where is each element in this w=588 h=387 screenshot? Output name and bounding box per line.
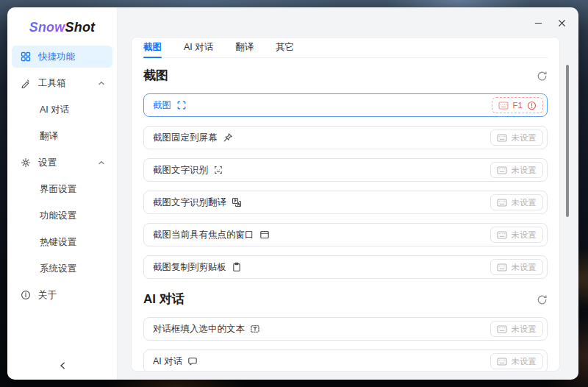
sidebar-item-hotkey-settings[interactable]: 热键设置 <box>12 231 112 253</box>
hotkey-badge-text: 未设置 <box>512 197 537 208</box>
ocr-icon <box>213 165 223 175</box>
hotkey-row-ocr-translate[interactable]: 截图文字识别翻译 未设置 <box>143 191 548 214</box>
sidebar-item-label: 快捷功能 <box>38 51 75 63</box>
sidebar-item-label: AI 对话 <box>40 104 69 116</box>
sidebar-item-ai-chat[interactable]: AI 对话 <box>12 99 112 121</box>
hotkey-row-ocr[interactable]: 截图文字识别 未设置 <box>143 158 548 182</box>
logo-text-snow: Snow <box>29 20 65 35</box>
keyboard-icon <box>497 231 507 239</box>
sidebar-item-quick-functions[interactable]: 快捷功能 <box>12 46 112 68</box>
app-logo: SnowShot <box>7 15 117 40</box>
section-title: AI 对话 <box>143 291 184 308</box>
hotkey-row-label: 对话框填入选中的文本 <box>153 323 245 335</box>
hotkey-badge-text: 未设置 <box>512 324 537 335</box>
clipboard-icon <box>232 262 242 272</box>
hotkey-badge-text: 未设置 <box>512 165 537 176</box>
keyboard-icon <box>497 199 507 207</box>
refresh-icon[interactable] <box>537 71 548 82</box>
hotkey-row-fill-selected-text[interactable]: 对话框填入选中的文本 未设置 <box>143 317 548 341</box>
tab-other[interactable]: 其它 <box>276 38 294 57</box>
hotkey-badge-text: 未设置 <box>512 230 537 241</box>
hotkey-badge-text: F1 <box>513 101 523 110</box>
sidebar: SnowShot 快捷功能 工具箱 AI 对话 <box>7 7 118 380</box>
window-icon <box>259 230 270 240</box>
tab-translate[interactable]: 翻译 <box>235 38 254 57</box>
hotkey-badge[interactable]: 未设置 <box>490 129 544 146</box>
scrollbar[interactable] <box>566 65 569 217</box>
hotkey-badge[interactable]: 未设置 <box>490 227 544 243</box>
sidebar-item-label: 界面设置 <box>40 183 76 196</box>
hotkey-badge[interactable]: 未设置 <box>490 162 544 178</box>
hotkey-row-focused-window[interactable]: 截图当前具有焦点的窗口 未设置 <box>143 223 548 246</box>
sidebar-item-label: 系统设置 <box>40 263 76 275</box>
sidebar-item-label: 功能设置 <box>40 210 76 222</box>
text-insert-icon <box>250 324 260 334</box>
refresh-icon[interactable] <box>537 294 548 305</box>
sidebar-group-label: 设置 <box>38 157 57 169</box>
hotkey-badge[interactable]: 未设置 <box>490 321 544 337</box>
hotkey-badge-text: 未设置 <box>512 356 537 367</box>
chevron-up-icon[interactable] <box>98 159 105 166</box>
keyboard-icon <box>498 102 509 110</box>
sidebar-item-function-settings[interactable]: 功能设置 <box>12 205 112 227</box>
hotkey-row-label: 截图文字识别翻译 <box>153 196 226 209</box>
sidebar-collapse-button[interactable] <box>56 359 69 372</box>
hotkey-badge-text: 未设置 <box>512 132 537 143</box>
sidebar-menu: 快捷功能 工具箱 AI 对话 翻译 设置 <box>7 46 117 306</box>
main-area: 截图 AI 对话 翻译 其它 截图 截图 <box>118 7 578 380</box>
chat-icon <box>187 356 198 366</box>
sidebar-item-label: 热键设置 <box>40 236 76 249</box>
pin-icon <box>223 132 233 143</box>
hotkey-row-label: 截图文字识别 <box>153 164 208 177</box>
tab-ai-chat[interactable]: AI 对话 <box>184 38 213 57</box>
hotkey-row-label: 截图当前具有焦点的窗口 <box>153 229 254 241</box>
sidebar-group-toolbox[interactable]: 工具箱 <box>12 72 112 94</box>
hotkey-row-copy-clipboard[interactable]: 截图复制到剪贴板 未设置 <box>143 255 548 279</box>
hotkey-row-label: AI 对话 <box>153 355 182 368</box>
sidebar-group-settings[interactable]: 设置 <box>12 152 112 174</box>
app-window: SnowShot 快捷功能 工具箱 AI 对话 <box>7 7 578 380</box>
tab-screenshot[interactable]: 截图 <box>143 38 162 57</box>
info-icon <box>21 290 31 300</box>
section-header-screenshot: 截图 <box>143 67 548 85</box>
gear-icon <box>21 157 31 168</box>
hotkey-row-label: 截图固定到屏幕 <box>153 132 218 144</box>
grid-icon <box>21 52 31 62</box>
hotkey-badge[interactable]: 未设置 <box>490 194 544 210</box>
hotkey-badge-text: 未设置 <box>512 262 537 273</box>
hotkey-badge[interactable]: 未设置 <box>490 259 544 275</box>
hotkey-row-label: 截图复制到剪贴板 <box>153 261 226 274</box>
sidebar-item-label: 翻译 <box>40 130 58 143</box>
warning-icon <box>527 101 537 110</box>
keyboard-icon <box>497 358 507 366</box>
hotkey-badge[interactable]: F1 <box>492 97 543 113</box>
sidebar-item-translate[interactable]: 翻译 <box>12 125 112 147</box>
close-button[interactable] <box>552 15 571 31</box>
minimize-button[interactable] <box>528 15 548 31</box>
keyboard-icon <box>497 134 507 142</box>
hotkey-badge[interactable]: 未设置 <box>490 353 544 369</box>
settings-card: 截图 AI 对话 翻译 其它 截图 截图 <box>131 37 560 372</box>
hotkey-row-ai-chat[interactable]: AI 对话 未设置 <box>143 349 548 372</box>
tab-bar: 截图 AI 对话 翻译 其它 <box>143 38 548 58</box>
chevron-up-icon[interactable] <box>98 79 105 87</box>
sidebar-item-system-settings[interactable]: 系统设置 <box>12 258 112 280</box>
tool-icon <box>21 78 31 88</box>
hotkey-row-screenshot[interactable]: 截图 F1 <box>143 93 548 117</box>
chevron-left-icon <box>59 361 66 370</box>
screenshot-icon <box>176 100 187 110</box>
hotkey-row-fixed-to-screen[interactable]: 截图固定到屏幕 未设置 <box>143 126 548 149</box>
sidebar-group-label: 工具箱 <box>38 77 66 90</box>
keyboard-icon <box>497 263 507 271</box>
section-header-ai-chat: AI 对话 <box>143 291 548 308</box>
sidebar-item-about[interactable]: 关于 <box>12 284 112 306</box>
sidebar-item-label: 关于 <box>38 289 57 302</box>
translate-icon <box>232 197 242 207</box>
window-controls <box>528 15 571 31</box>
section-title: 截图 <box>143 67 168 85</box>
keyboard-icon <box>497 325 507 333</box>
keyboard-icon <box>497 166 507 174</box>
sidebar-item-interface-settings[interactable]: 界面设置 <box>12 178 112 200</box>
hotkey-row-label: 截图 <box>153 99 171 112</box>
logo-text-shot: Shot <box>65 20 96 35</box>
